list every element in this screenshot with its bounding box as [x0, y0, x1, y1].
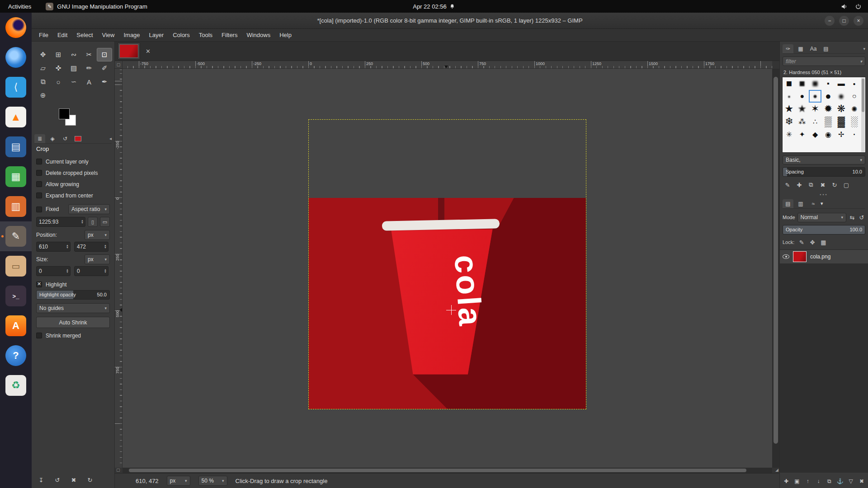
brush-item[interactable]: ∴: [810, 116, 821, 127]
brush-item[interactable]: ■: [783, 78, 794, 89]
status-unit-dropdown[interactable]: px ▾: [167, 476, 190, 486]
crop-option-row[interactable]: Delete cropped pixels: [36, 167, 110, 178]
layer-opacity-slider[interactable]: Opacity 100.0: [783, 225, 865, 235]
spinner-arrows[interactable]: [104, 269, 108, 273]
menu-item[interactable]: Image: [119, 30, 144, 40]
layer-action-button[interactable]: ↓: [814, 477, 823, 486]
brush-item[interactable]: ▬: [836, 78, 847, 89]
undo-history-tab[interactable]: ↺: [60, 134, 71, 143]
image-tab[interactable]: [118, 42, 140, 60]
size-height-input[interactable]: [75, 268, 104, 274]
tool-button[interactable]: ⊕: [35, 89, 51, 102]
chevron-down-icon[interactable]: ▾: [821, 201, 823, 206]
brush-item[interactable]: ●: [797, 91, 807, 102]
position-unit-dropdown[interactable]: px ▾: [85, 230, 110, 240]
horizontal-ruler[interactable]: -750-500-25002505007501000125015001750: [123, 61, 772, 69]
brush-action-button[interactable]: ✚: [794, 180, 804, 190]
horizontal-scrollbar[interactable]: [123, 468, 772, 473]
brush-item[interactable]: ▓: [836, 116, 847, 127]
close-tab-icon[interactable]: ✕: [143, 48, 153, 55]
fixed-checkbox[interactable]: [36, 206, 42, 212]
brush-item[interactable]: ■: [797, 78, 807, 89]
focused-app-indicator[interactable]: ✎ GNU Image Manipulation Program: [46, 3, 147, 10]
layer-action-button[interactable]: ⚓: [835, 477, 844, 486]
position-x-input[interactable]: [37, 244, 66, 250]
size-height-field[interactable]: [74, 266, 108, 276]
aspect-ratio-field[interactable]: [36, 217, 85, 227]
layer-thumbnail[interactable]: [793, 251, 807, 262]
brush-item[interactable]: ✢: [836, 129, 847, 140]
brush-item[interactable]: ●: [836, 91, 847, 102]
dock-item[interactable]: ⟨: [0, 72, 32, 102]
chevron-down-icon[interactable]: ▾: [863, 47, 865, 51]
tool-preset-button[interactable]: ↧: [36, 475, 46, 485]
fixed-mode-dropdown[interactable]: Aspect ratio ▾: [68, 204, 110, 214]
brush-spacing-slider[interactable]: Spacing 10.0: [783, 167, 865, 177]
foreground-color-swatch[interactable]: [59, 108, 70, 119]
tool-options-tab[interactable]: ≣: [34, 134, 45, 143]
brush-filter-input[interactable]: filter ▾: [783, 56, 865, 66]
aspect-ratio-input[interactable]: [37, 219, 81, 225]
tool-button[interactable]: ∽: [66, 75, 81, 89]
layer-row[interactable]: cola.png: [780, 250, 868, 263]
brush-item[interactable]: ░: [849, 116, 860, 127]
clock-menu[interactable]: Apr 22 02:56: [413, 3, 455, 10]
brush-item[interactable]: ✹: [823, 103, 834, 114]
portrait-orientation-button[interactable]: ▯: [88, 217, 98, 227]
vertical-ruler[interactable]: -2500250500750: [115, 69, 123, 468]
menu-item[interactable]: File: [34, 30, 53, 40]
brush-item[interactable]: ●: [849, 78, 860, 89]
dock-item[interactable]: [0, 42, 32, 72]
panel-splitter-handle[interactable]: •••: [780, 192, 868, 197]
layer-action-button[interactable]: ↑: [803, 477, 812, 486]
dock-item[interactable]: >_: [0, 281, 32, 311]
tool-button[interactable]: ✥: [35, 48, 51, 61]
dock-item[interactable]: [0, 13, 32, 42]
close-button[interactable]: ×: [854, 16, 863, 26]
lock-position-button[interactable]: ✥: [809, 237, 816, 247]
brush-item[interactable]: ❋: [836, 103, 847, 114]
dock-item[interactable]: ?: [0, 341, 32, 371]
tool-button[interactable]: ▨: [66, 61, 81, 75]
crop-option-row[interactable]: Current layer only: [36, 156, 110, 167]
brush-item[interactable]: •: [849, 129, 860, 140]
brush-item[interactable]: ✺: [849, 103, 860, 114]
brush-item[interactable]: ▒: [823, 116, 834, 127]
checkbox[interactable]: [36, 159, 42, 164]
dock-item[interactable]: ▭: [0, 251, 32, 281]
visibility-eye-icon[interactable]: [783, 254, 789, 259]
scrollbar-thumb[interactable]: [774, 77, 778, 444]
canvas-viewport[interactable]: cola: [123, 69, 772, 468]
tool-button[interactable]: ✒: [97, 75, 112, 89]
tool-button[interactable]: ✐: [97, 61, 112, 75]
image-thumbnail-tab[interactable]: [72, 134, 83, 143]
channels-tab[interactable]: ▥: [795, 199, 806, 208]
position-x-field[interactable]: [36, 242, 71, 252]
tool-button[interactable]: ○: [51, 75, 66, 89]
dock-item[interactable]: ✎: [0, 221, 32, 251]
menu-item[interactable]: Colors: [168, 30, 194, 40]
menu-item[interactable]: Tools: [194, 30, 217, 40]
tool-button[interactable]: ∾: [66, 48, 81, 61]
highlight-checkbox[interactable]: [36, 282, 42, 287]
patterns-tab[interactable]: ▦: [795, 44, 806, 53]
size-width-input[interactable]: [37, 268, 66, 274]
tool-button[interactable]: A: [81, 75, 97, 89]
brush-item[interactable]: ●: [810, 91, 821, 102]
auto-shrink-button[interactable]: Auto Shrink: [36, 317, 110, 328]
spinner-arrows[interactable]: [66, 269, 70, 273]
position-y-field[interactable]: [74, 242, 108, 252]
landscape-orientation-button[interactable]: ▭: [100, 217, 110, 227]
color-swatches[interactable]: [59, 108, 79, 127]
tool-button[interactable]: ▱: [35, 61, 51, 75]
tool-preset-button[interactable]: ↺: [52, 475, 62, 485]
brush-action-button[interactable]: ✎: [783, 180, 793, 190]
menu-item[interactable]: Filters: [217, 30, 242, 40]
tool-button[interactable]: ⧉: [35, 75, 51, 89]
paths-tab[interactable]: ≈: [808, 199, 819, 208]
spinner-arrows[interactable]: [104, 244, 108, 249]
crop-option-row[interactable]: Expand from center: [36, 190, 110, 201]
brush-item[interactable]: ✶: [810, 103, 821, 114]
brush-grid-scrollbar[interactable]: [861, 78, 865, 152]
brush-item[interactable]: ✦: [797, 129, 807, 140]
